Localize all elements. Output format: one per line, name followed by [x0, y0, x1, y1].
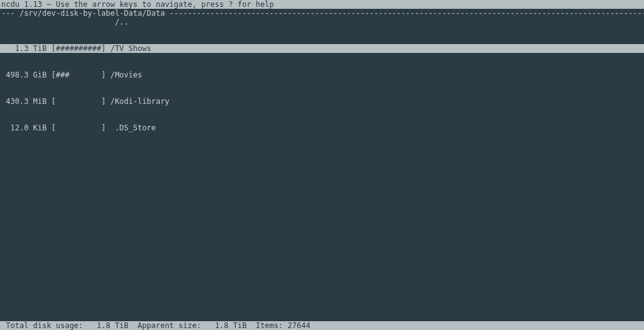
footer-bar: Total disk usage: 1.8 TiB Apparent size:…: [0, 321, 644, 330]
total-disk-label: Total disk usage:: [6, 321, 83, 330]
title-bar: ncdu 1.13 ~ Use the arrow keys to naviga…: [0, 0, 644, 9]
apparent-size-value: 1.8 TiB: [215, 321, 247, 330]
app-name: ncdu: [1, 0, 19, 9]
app-version: 1.13: [24, 0, 42, 9]
entry-bar: [56, 123, 101, 132]
entry-size: 1.3 TiB: [15, 44, 47, 53]
help-hint: Use the arrow keys to navigate, press ? …: [56, 0, 274, 9]
entry-row[interactable]: 1.3 TiB [##########] /TV Shows: [0, 44, 644, 53]
parent-dir-row[interactable]: /..: [0, 18, 644, 26]
entry-name: /Kodi-library: [110, 97, 169, 106]
path-line: --- /srv/dev-disk-by-label-Data/Data ---…: [0, 9, 644, 18]
entry-bar: ##########: [56, 44, 101, 53]
entry-name: /TV Shows: [110, 44, 151, 53]
entry-bar: [56, 97, 101, 106]
items-value: 27644: [287, 321, 310, 330]
entries-list: 1.3 TiB [##########] /TV Shows 498.3 GiB…: [0, 26, 644, 141]
entry-size: 430.3 MiB: [6, 97, 47, 106]
total-disk-value: 1.8 TiB: [97, 321, 129, 330]
entry-bar: ###: [56, 71, 101, 79]
entry-row[interactable]: 430.3 MiB [ ] /Kodi-library: [0, 97, 644, 106]
path-dashes: ----------------------------------------…: [169, 9, 644, 18]
items-label: Items:: [256, 321, 283, 330]
current-directory: /srv/dev-disk-by-label-Data/Data: [19, 9, 165, 18]
parent-dir-label: /..: [115, 18, 129, 26]
entry-name: /Movies: [110, 71, 142, 79]
entry-row[interactable]: 12.0 KiB [ ] .DS_Store: [0, 123, 644, 132]
entry-size: 498.3 GiB: [6, 71, 47, 79]
apparent-size-label: Apparent size:: [138, 321, 201, 330]
entry-name: .DS_Store: [110, 123, 155, 132]
entry-row[interactable]: 498.3 GiB [### ] /Movies: [0, 71, 644, 79]
entry-size: 12.0 KiB: [10, 123, 47, 132]
path-prefix: ---: [1, 9, 15, 18]
